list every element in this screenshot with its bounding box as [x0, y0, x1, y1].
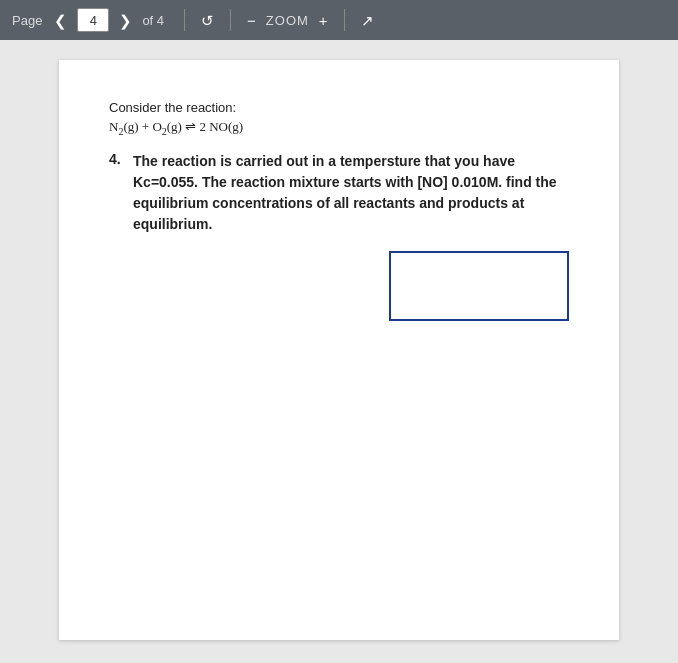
- divider-2: [230, 9, 231, 31]
- divider-3: [344, 9, 345, 31]
- zoom-label: ZOOM: [266, 13, 309, 28]
- answer-box[interactable]: [389, 251, 569, 321]
- main-content: Consider the reaction: N2(g) + O2(g) ⇌ 2…: [0, 40, 678, 663]
- question-text: The reaction is carried out in a tempers…: [133, 153, 557, 232]
- question-area: 4. The reaction is carried out in a temp…: [109, 151, 569, 321]
- toolbar: Page ❮ ❯ of 4 ↺ − ZOOM + ↗: [0, 0, 678, 40]
- expand-button[interactable]: ↗: [357, 11, 378, 30]
- page-input[interactable]: [77, 8, 109, 32]
- question-number: 4.: [109, 151, 127, 167]
- document-page: Consider the reaction: N2(g) + O2(g) ⇌ 2…: [59, 60, 619, 640]
- refresh-button[interactable]: ↺: [197, 11, 218, 30]
- reaction-formula: N2(g) + O2(g) ⇌ 2 NO(g): [109, 119, 569, 137]
- next-page-button[interactable]: ❯: [115, 11, 136, 30]
- prev-page-button[interactable]: ❮: [50, 11, 71, 30]
- of-pages-label: of 4: [142, 13, 164, 28]
- zoom-in-button[interactable]: +: [315, 11, 332, 30]
- divider-1: [184, 9, 185, 31]
- zoom-out-button[interactable]: −: [243, 11, 260, 30]
- answer-box-container: [133, 243, 569, 321]
- consider-text: Consider the reaction:: [109, 100, 569, 115]
- page-label: Page: [12, 13, 42, 28]
